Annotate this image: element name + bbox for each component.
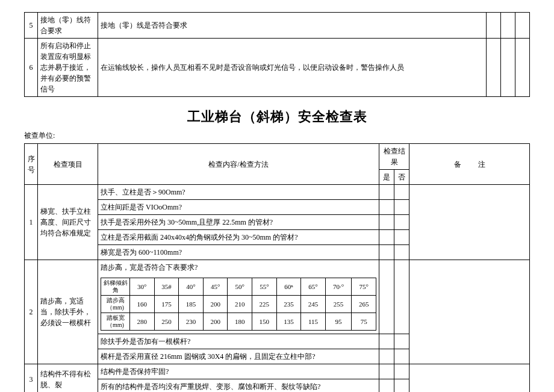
- cell-no: [394, 245, 409, 260]
- method-cell: 扶手、立柱是否＞90Omm?: [98, 185, 379, 200]
- h: 235: [276, 296, 301, 313]
- th-num: 序号: [25, 144, 38, 185]
- cell-no: [394, 260, 409, 334]
- row-num: 3: [25, 364, 38, 393]
- method-cell: 结构件是否保持牢固?: [98, 364, 379, 379]
- angle-label: 斜梯倾斜角: [101, 278, 130, 296]
- cell-empty: [487, 39, 501, 97]
- w: 230: [179, 313, 204, 331]
- row-method: 在运输线较长，操作人员互相看不见时是否设音响或灯光信号，以便启动设备时，警告操作…: [98, 39, 487, 97]
- cell-yes: [379, 215, 394, 230]
- cell-no: [394, 215, 409, 230]
- row-num: 5: [25, 13, 38, 39]
- angle: 65°: [301, 278, 326, 296]
- cell-yes: [379, 185, 394, 200]
- cell-remark: [409, 185, 530, 260]
- row-item: 梯宽、扶手立柱高度、间距尺寸均符合标准规定: [38, 185, 98, 260]
- angle: 45°: [203, 278, 228, 296]
- cell-no: [394, 364, 409, 379]
- h: 200: [203, 296, 228, 313]
- cell-yes: [379, 349, 394, 364]
- th-remark: 备注: [409, 144, 530, 185]
- cell-yes: [379, 200, 394, 215]
- angle: 40°: [179, 278, 204, 296]
- h: 185: [179, 296, 204, 313]
- h: 160: [130, 296, 155, 313]
- row-num: 2: [25, 260, 38, 364]
- w: 180: [228, 313, 252, 331]
- angle: 75°: [352, 278, 376, 296]
- angle: 70·°: [325, 278, 351, 296]
- method-cell: 所有的结构件是否均没有严重脱焊、变形、腐蚀和断开、裂纹等缺陷?: [98, 379, 379, 393]
- w: 280: [130, 313, 155, 331]
- h: 210: [228, 296, 252, 313]
- h: 225: [252, 296, 277, 313]
- h: 245: [301, 296, 326, 313]
- row-item: 所有启动和停止装置应有明显标志并易于接近，并有必要的预警信号: [38, 39, 98, 97]
- w: 95: [325, 313, 351, 331]
- page-title: 工业梯台（斜梯）安全检查表: [24, 108, 530, 126]
- h: 255: [325, 296, 351, 313]
- cell-yes: [379, 245, 394, 260]
- cell-no: [394, 379, 409, 393]
- angle: 60ⁿ: [276, 278, 301, 296]
- cell-empty: [515, 13, 530, 39]
- row-method: 接地（零）线是否符合要求: [98, 13, 487, 39]
- w: 75: [352, 313, 376, 331]
- th-yes: 是: [379, 170, 394, 185]
- w: 250: [154, 313, 179, 331]
- cell-no: [394, 185, 409, 200]
- th-no: 否: [394, 170, 409, 185]
- angle: 55°: [252, 278, 277, 296]
- unit-label: 被查单位:: [24, 131, 530, 141]
- cell-yes: [379, 230, 394, 245]
- th-item: 检查项目: [38, 144, 98, 185]
- w-label: 踏板宽（mm): [101, 313, 130, 331]
- method-cell: 除扶手外是否加有一根横杆?: [98, 334, 379, 349]
- row-item: 踏步高，宽适当，除扶手外，必须设一根横杆: [38, 260, 98, 364]
- th-method: 检查内容/检查方法: [98, 144, 379, 185]
- cell-yes: [379, 364, 394, 379]
- method-cell: 立柱是否采用截面 240x40x4的角钢或外径为 30~50mm 的管材?: [98, 230, 379, 245]
- row-num: 6: [25, 39, 38, 97]
- angle: 30°: [130, 278, 155, 296]
- w: 135: [276, 313, 301, 331]
- method-cell: 横杆是否采用直径 216mm 圆钢或 30X4 的扁钢，且固定在立柱中部?: [98, 349, 379, 364]
- row-num: 1: [25, 185, 38, 260]
- w: 150: [252, 313, 277, 331]
- method-nested: 踏步高，宽是否符合下表要求? 斜梯倾斜角 30° 35# 40° 45° 50°…: [98, 260, 379, 334]
- cell-remark: [409, 260, 530, 364]
- prev-table-fragment: 5 接地（零）线符合要求 接地（零）线是否符合要求 6 所有启动和停止装置应有明…: [24, 12, 530, 97]
- angle-table: 斜梯倾斜角 30° 35# 40° 45° 50° 55° 60ⁿ 65° 70…: [101, 278, 376, 331]
- nested-question: 踏步高，宽是否符合下表要求?: [98, 260, 379, 275]
- h-label: 踏步高（mm): [101, 296, 130, 313]
- cell-no: [394, 334, 409, 349]
- cell-no: [394, 349, 409, 364]
- row-item: 结构件不得有松脱、裂: [38, 364, 98, 393]
- w: 115: [301, 313, 326, 331]
- h: 265: [352, 296, 376, 313]
- cell-empty: [487, 13, 501, 39]
- cell-empty: [515, 39, 530, 97]
- method-cell: 扶手是否采用外径为 30~50mm,且壁厚 22.5mm 的管材?: [98, 215, 379, 230]
- cell-remark: [409, 364, 530, 393]
- cell-yes: [379, 379, 394, 393]
- method-cell: 梯宽是否为 600~1100mm?: [98, 245, 379, 260]
- cell-empty: [501, 13, 515, 39]
- th-result: 检查结果: [379, 144, 409, 170]
- method-cell: 立柱间距是否 VIOoOmm?: [98, 200, 379, 215]
- row-item: 接地（零）线符合要求: [38, 13, 98, 39]
- w: 200: [203, 313, 228, 331]
- main-table: 序号 检查项目 检查内容/检查方法 检查结果 备注 是 否 1 梯宽、扶手立柱高…: [24, 143, 530, 392]
- cell-no: [394, 230, 409, 245]
- cell-yes: [379, 334, 394, 349]
- angle: 35#: [154, 278, 179, 296]
- cell-yes: [379, 260, 394, 334]
- h: 175: [154, 296, 179, 313]
- cell-no: [394, 200, 409, 215]
- angle: 50°: [228, 278, 252, 296]
- cell-empty: [501, 39, 515, 97]
